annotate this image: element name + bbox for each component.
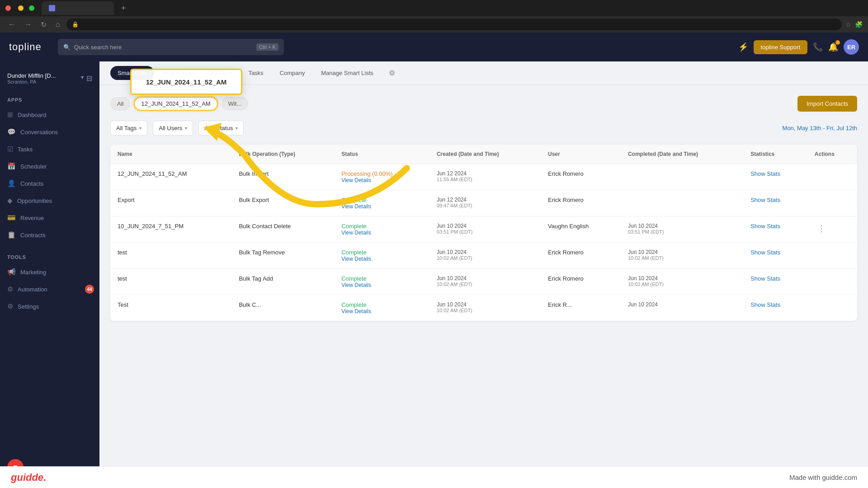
cell-statistics[interactable]: Show Stats (743, 295, 807, 321)
show-stats-button[interactable]: Show Stats (750, 223, 780, 230)
guidde-footer: guidde. Made with guidde.com (0, 466, 868, 488)
cell-user: Erick Romero (541, 164, 621, 190)
sidebar-item-label: Marketing (20, 269, 46, 276)
main-content: Dunder Mifflin [D... Scranton, PA ▾ ⊟ Ap… (0, 61, 868, 488)
sidebar-item-contacts[interactable]: 👤 Contacts (0, 175, 99, 192)
import-contacts-button[interactable]: Import Contacts (797, 96, 857, 112)
sidebar-item-label: Contacts (20, 180, 43, 187)
window-maximize-btn[interactable] (29, 5, 34, 11)
cell-bulk-operation: Bulk Tag Add (231, 269, 334, 295)
show-stats-button[interactable]: Show Stats (750, 197, 780, 203)
cell-name: Test (110, 295, 231, 321)
table-row: Export Bulk Export Complete View Details… (110, 190, 857, 216)
subnav-tasks[interactable]: Tasks (241, 66, 270, 80)
show-stats-button[interactable]: Show Stats (750, 170, 780, 177)
extensions-button[interactable]: 🧩 (855, 21, 863, 28)
tab-highlighted[interactable]: 12_JUN_2024_11_52_AM (134, 97, 217, 111)
show-stats-button[interactable]: Show Stats (750, 275, 780, 282)
view-details-link[interactable]: View Details (341, 230, 422, 236)
dashboard-icon: ⊞ (7, 111, 13, 119)
sidebar-item-contracts[interactable]: 📋 Contracts (0, 226, 99, 244)
any-status-chevron-icon: ▾ (236, 126, 238, 131)
bookmark-button[interactable]: ☆ (845, 21, 851, 28)
subnav-company[interactable]: Company (273, 66, 312, 80)
notifications-button[interactable]: 🔔 (828, 42, 838, 52)
browser-tab[interactable] (42, 1, 114, 15)
all-users-label: All Users (159, 125, 182, 131)
window-minimize-btn[interactable] (18, 5, 24, 11)
all-users-filter[interactable]: All Users ▾ (153, 121, 193, 136)
sidebar-item-label: Conversations (20, 129, 58, 136)
sidebar-item-settings[interactable]: ⚙ Settings (0, 298, 99, 315)
sidebar-item-automation[interactable]: ⚙ Automation 44 (0, 281, 99, 298)
all-tags-filter[interactable]: All Tags ▾ (110, 121, 147, 136)
view-details-link[interactable]: View Details (341, 308, 422, 314)
col-user: User (541, 145, 621, 164)
sidebar-item-revenue[interactable]: 💳 Revenue (0, 209, 99, 226)
sidebar-item-label: Scheduler (20, 163, 47, 170)
cell-bulk-operation: Bulk Contact Delete (231, 216, 334, 243)
sidebar-item-scheduler[interactable]: 📅 Scheduler (0, 158, 99, 175)
automation-icon: ⚙ (7, 285, 13, 293)
cell-status: Processing (0.00%) View Details (334, 164, 429, 190)
phone-button[interactable]: 📞 (813, 42, 823, 52)
subnav-manage-smart-lists[interactable]: Manage Smart Lists (314, 66, 381, 80)
sidebar-item-conversations[interactable]: 💬 Conversations (0, 123, 99, 141)
top-navigation: topline 🔍 Quick search here Ctrl + K ⚡ t… (0, 33, 868, 61)
show-stats-button[interactable]: Show Stats (750, 301, 780, 308)
cell-statistics[interactable]: Show Stats (743, 216, 807, 243)
workspace-chevron-icon: ▾ (81, 74, 84, 83)
col-actions: Actions (807, 145, 857, 164)
any-status-filter[interactable]: Any Status ▾ (198, 121, 244, 136)
refresh-button[interactable]: ↻ (38, 19, 49, 31)
address-bar[interactable]: 🔒 (66, 19, 842, 30)
view-details-link[interactable]: View Details (341, 177, 422, 183)
view-details-link[interactable]: View Details (341, 256, 422, 262)
sidebar-item-label: Revenue (20, 215, 44, 221)
search-bar[interactable]: 🔍 Quick search here Ctrl + K (58, 39, 284, 55)
window-close-btn[interactable] (5, 5, 11, 11)
sidebar-item-label: Contracts (20, 232, 46, 239)
sidebar-toggle-button[interactable]: ⊟ (86, 74, 92, 83)
cell-bulk-operation: Bulk Import (231, 164, 334, 190)
cell-created: Jun 10 2024 03:51 PM (EDT) (429, 216, 541, 243)
search-icon: 🔍 (63, 44, 71, 51)
cell-statistics[interactable]: Show Stats (743, 243, 807, 269)
lightning-button[interactable]: ⚡ (738, 42, 748, 52)
address-lock-icon: 🔒 (72, 21, 79, 28)
guidde-logo: guidde. (11, 472, 46, 483)
view-details-link[interactable]: View Details (341, 282, 422, 288)
sidebar-item-tasks[interactable]: ☑ Tasks (0, 141, 99, 158)
subnav-settings-icon[interactable]: ⚙ (386, 66, 398, 80)
cell-bulk-operation: Bulk Export (231, 190, 334, 216)
new-tab-button[interactable]: + (118, 4, 130, 13)
sidebar-item-label: Automation (18, 286, 47, 293)
cell-completed: Jun 10 202403:51 PM (EDT) (621, 216, 743, 243)
contracts-icon: 📋 (7, 231, 16, 239)
support-button[interactable]: topline Support (754, 40, 807, 54)
tab-all[interactable]: All (110, 97, 130, 110)
cell-completed: Jun 10 2024 (621, 295, 743, 321)
workspace-selector[interactable]: Dunder Mifflin [D... Scranton, PA ▾ ⊟ (0, 69, 99, 88)
cell-statistics[interactable]: Show Stats (743, 190, 807, 216)
avatar[interactable]: ER (844, 39, 859, 55)
show-stats-button[interactable]: Show Stats (750, 249, 780, 256)
sidebar-item-label: Opportunities (17, 197, 52, 204)
content-area: Smart Lists Bulk Actions Restore Tasks C… (99, 61, 868, 488)
sidebar-item-opportunities[interactable]: ◆ Opportunities (0, 192, 99, 209)
cell-name: 12_JUN_2024_11_52_AM (110, 164, 231, 190)
table-row: 12_JUN_2024_11_52_AM Bulk Import Process… (110, 164, 857, 190)
row-actions-button[interactable]: ⋮ (815, 223, 828, 235)
cell-completed: Jun 10 202410:02 AM (EDT) (621, 243, 743, 269)
cell-statistics[interactable]: Show Stats (743, 164, 807, 190)
date-range-filter[interactable]: Mon, May 13th - Fri, Jul 12th (783, 125, 857, 131)
back-button[interactable]: ← (5, 19, 18, 30)
tab-with[interactable]: Wit... (222, 97, 249, 110)
sidebar-item-marketing[interactable]: 📢 Marketing (0, 263, 99, 281)
view-details-link[interactable]: View Details (341, 203, 422, 210)
nav-right: ⚡ topline Support 📞 🔔 ER (738, 39, 859, 55)
sidebar-item-dashboard[interactable]: ⊞ Dashboard (0, 106, 99, 123)
forward-button[interactable]: → (22, 19, 34, 30)
home-button[interactable]: ⌂ (53, 19, 63, 30)
cell-statistics[interactable]: Show Stats (743, 269, 807, 295)
